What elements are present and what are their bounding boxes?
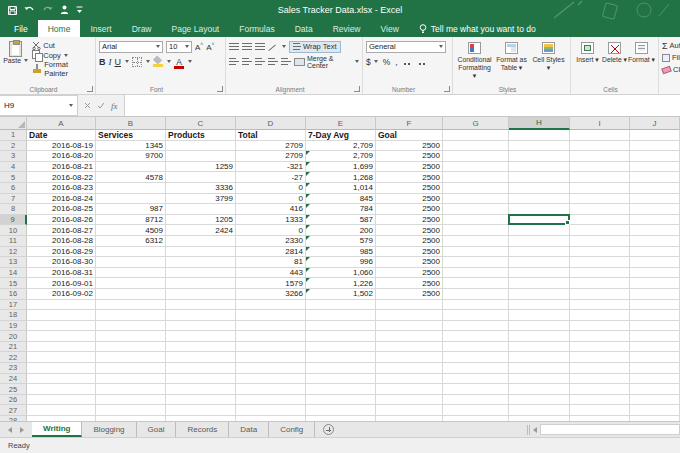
cell-B27[interactable] <box>96 405 166 416</box>
row-header-4[interactable]: 4 <box>0 162 27 173</box>
cell-A3[interactable]: 2016-08-20 <box>27 151 96 162</box>
currency-button[interactable]: $ <box>366 57 378 67</box>
row-header-14[interactable]: 14 <box>0 268 27 279</box>
row-header-25[interactable]: 25 <box>0 384 27 395</box>
cell-A13[interactable]: 2016-08-30 <box>27 257 96 268</box>
sheet-tab-blogging[interactable]: Blogging <box>82 422 136 437</box>
cell-H26[interactable] <box>509 395 570 406</box>
italic-button[interactable]: I <box>109 57 112 67</box>
cell-C17[interactable] <box>166 300 236 311</box>
number-dialog-launcher[interactable] <box>444 86 450 92</box>
cell-C15[interactable] <box>166 278 236 289</box>
cell-A12[interactable]: 2016-08-29 <box>27 247 96 258</box>
cell-I11[interactable] <box>570 236 630 247</box>
font-size-select[interactable]: 10 <box>166 41 192 53</box>
cell-C23[interactable] <box>166 363 236 374</box>
cell-A17[interactable] <box>27 300 96 311</box>
cell-D23[interactable] <box>236 363 306 374</box>
cell-B4[interactable] <box>96 162 166 173</box>
cell-H24[interactable] <box>509 374 570 385</box>
cell-H22[interactable] <box>509 352 570 363</box>
cell-A9[interactable]: 2016-08-26 <box>27 215 96 226</box>
cell-J23[interactable] <box>630 363 680 374</box>
cell-H14[interactable] <box>509 268 570 279</box>
cell-E11[interactable]: 579 <box>306 236 376 247</box>
cell-F3[interactable]: 2500 <box>376 151 443 162</box>
cell-J6[interactable] <box>630 183 680 194</box>
cell-J9[interactable] <box>630 215 680 226</box>
cell-C11[interactable] <box>166 236 236 247</box>
cell-A26[interactable] <box>27 395 96 406</box>
bold-button[interactable]: B <box>99 57 106 67</box>
row-header-2[interactable]: 2 <box>0 141 27 152</box>
cell-B17[interactable] <box>96 300 166 311</box>
cell-H10[interactable] <box>509 225 570 236</box>
cell-A18[interactable] <box>27 310 96 321</box>
cell-C16[interactable] <box>166 289 236 300</box>
cell-C1[interactable]: Products <box>166 130 236 141</box>
row-header-24[interactable]: 24 <box>0 374 27 385</box>
cell-A15[interactable]: 2016-09-01 <box>27 278 96 289</box>
cell-F7[interactable]: 2500 <box>376 194 443 205</box>
cell-D15[interactable]: 1579 <box>236 278 306 289</box>
underline-button[interactable]: U <box>115 57 122 67</box>
row-header-8[interactable]: 8 <box>0 204 27 215</box>
font-name-select[interactable]: Arial <box>99 41 163 53</box>
cell-F16[interactable]: 2500 <box>376 289 443 300</box>
cell-D20[interactable] <box>236 331 306 342</box>
cell-J17[interactable] <box>630 300 680 311</box>
cell-C14[interactable] <box>166 268 236 279</box>
cell-H7[interactable] <box>509 194 570 205</box>
cell-J12[interactable] <box>630 247 680 258</box>
clipboard-dialog-launcher[interactable] <box>87 86 93 92</box>
row-header-1[interactable]: 1 <box>0 130 27 141</box>
cell-E25[interactable] <box>306 384 376 395</box>
delete-cells-button[interactable]: Delete ▾ <box>601 39 628 64</box>
cell-A23[interactable] <box>27 363 96 374</box>
comma-button[interactable]: , <box>395 57 397 67</box>
cell-E16[interactable]: 1,502 <box>306 289 376 300</box>
cell-F27[interactable] <box>376 405 443 416</box>
cell-I3[interactable] <box>570 151 630 162</box>
column-header-C[interactable]: C <box>166 117 236 130</box>
cell-I8[interactable] <box>570 204 630 215</box>
cell-E27[interactable] <box>306 405 376 416</box>
cell-G23[interactable] <box>443 363 509 374</box>
cell-F10[interactable]: 2500 <box>376 225 443 236</box>
cell-H5[interactable] <box>509 172 570 183</box>
touch-mode-icon[interactable] <box>60 5 69 15</box>
cell-A24[interactable] <box>27 374 96 385</box>
cell-G26[interactable] <box>443 395 509 406</box>
cell-E5[interactable]: 1,268 <box>306 172 376 183</box>
cell-G7[interactable] <box>443 194 509 205</box>
cell-B6[interactable] <box>96 183 166 194</box>
cell-C24[interactable] <box>166 374 236 385</box>
row-header-19[interactable]: 19 <box>0 321 27 332</box>
cell-D18[interactable] <box>236 310 306 321</box>
cell-C27[interactable] <box>166 405 236 416</box>
cell-E26[interactable] <box>306 395 376 406</box>
insert-function-icon[interactable]: fx <box>111 101 118 111</box>
cell-F24[interactable] <box>376 374 443 385</box>
cell-D5[interactable]: -27 <box>236 172 306 183</box>
column-header-A[interactable]: A <box>27 117 96 130</box>
align-middle-icon[interactable] <box>242 43 252 51</box>
cell-C18[interactable] <box>166 310 236 321</box>
enter-icon[interactable] <box>97 102 105 109</box>
cell-J4[interactable] <box>630 162 680 173</box>
cell-I18[interactable] <box>570 310 630 321</box>
cell-I26[interactable] <box>570 395 630 406</box>
decrease-indent-icon[interactable] <box>268 58 278 66</box>
cell-D7[interactable]: 0 <box>236 194 306 205</box>
column-header-B[interactable]: B <box>96 117 166 130</box>
cell-B16[interactable] <box>96 289 166 300</box>
cell-G15[interactable] <box>443 278 509 289</box>
row-header-11[interactable]: 11 <box>0 236 27 247</box>
cell-F22[interactable] <box>376 352 443 363</box>
cell-G12[interactable] <box>443 247 509 258</box>
cell-D1[interactable]: Total <box>236 130 306 141</box>
shrink-font-button[interactable]: A˅ <box>206 41 214 52</box>
cell-G3[interactable] <box>443 151 509 162</box>
cell-G24[interactable] <box>443 374 509 385</box>
cell-A1[interactable]: Date <box>27 130 96 141</box>
